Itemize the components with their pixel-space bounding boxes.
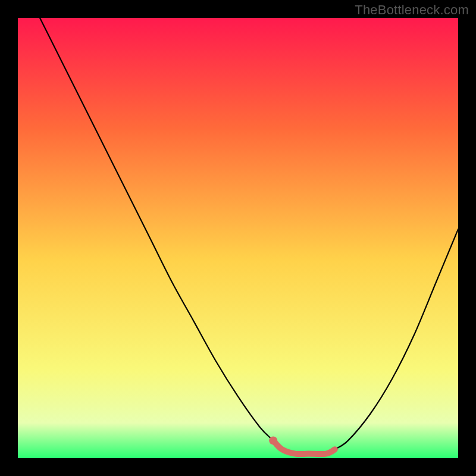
plot-area bbox=[18, 18, 458, 458]
watermark-text: TheBottleneck.com bbox=[355, 2, 469, 18]
highlight-dot bbox=[269, 436, 277, 444]
chart-frame: TheBottleneck.com bbox=[0, 0, 476, 476]
plot-svg bbox=[18, 18, 458, 458]
gradient-background bbox=[18, 18, 458, 458]
